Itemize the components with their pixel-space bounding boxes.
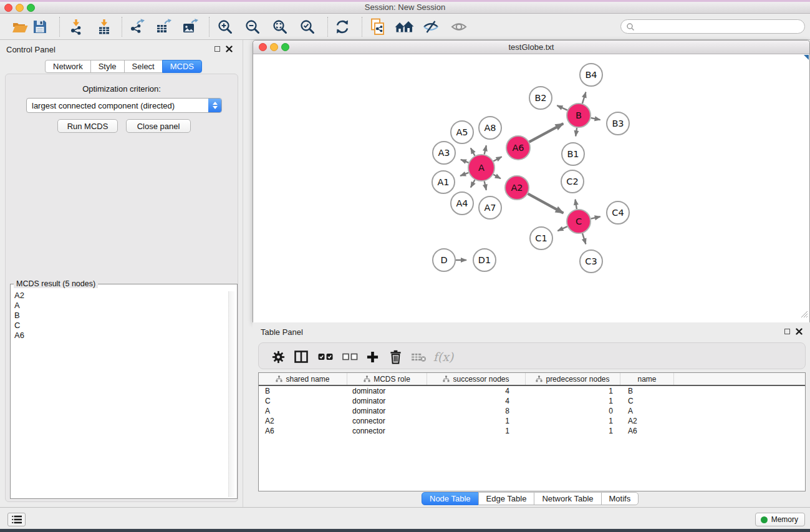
edge-B-B3[interactable] xyxy=(591,118,600,120)
network-window-titlebar[interactable]: testGlobe.txt xyxy=(253,41,809,54)
node-A1[interactable]: A1 xyxy=(432,171,455,193)
edge-C-C2[interactable] xyxy=(576,200,577,210)
edge-B-B2[interactable] xyxy=(557,105,567,110)
select-all-icon[interactable] xyxy=(316,348,335,365)
zoom-out-icon[interactable] xyxy=(244,18,261,36)
table-cell[interactable]: 1 xyxy=(526,427,620,435)
edge-A2-C[interactable] xyxy=(528,194,564,213)
table-row[interactable]: A6connector11A6 xyxy=(259,426,805,436)
import-table-icon[interactable] xyxy=(95,18,113,36)
memory-button[interactable]: Memory xyxy=(755,513,805,526)
edge-A-A1[interactable] xyxy=(460,173,468,176)
zoom-in-icon[interactable] xyxy=(216,18,234,36)
export-image-icon[interactable] xyxy=(181,18,198,36)
node-A7[interactable]: A7 xyxy=(479,196,501,219)
node-A4[interactable]: A4 xyxy=(451,192,473,215)
table-cell[interactable]: B xyxy=(620,387,674,395)
node-C[interactable]: C xyxy=(567,210,591,233)
table-row[interactable]: Adominator80A xyxy=(259,406,805,416)
table-cell[interactable]: connector xyxy=(347,427,427,435)
search-input[interactable] xyxy=(635,22,804,31)
table-cell[interactable]: 4 xyxy=(427,397,526,405)
result-scrollbar[interactable] xyxy=(228,291,236,497)
node-A6[interactable]: A6 xyxy=(506,136,530,160)
delete-icon[interactable] xyxy=(387,348,404,365)
node-B[interactable]: B xyxy=(567,104,591,127)
table-cell[interactable]: 8 xyxy=(427,407,526,415)
delete-table-icon[interactable] xyxy=(410,348,427,365)
node-A3[interactable]: A3 xyxy=(433,142,455,164)
network-canvas[interactable]: AA1A2A3A4A5A6A7A8BB1B2B3B4CC1C2C3C4DD1 xyxy=(253,55,809,322)
mcds-result-item[interactable]: C xyxy=(13,321,227,331)
tab-edge-table[interactable]: Edge Table xyxy=(478,492,535,505)
table-cell[interactable]: dominator xyxy=(347,407,427,415)
split-columns-icon[interactable] xyxy=(292,348,310,365)
table-cell[interactable]: A xyxy=(259,407,347,415)
edge-C-C1[interactable] xyxy=(557,226,567,231)
export-network-icon[interactable] xyxy=(128,18,145,36)
column-header-successor-nodes[interactable]: successor nodes xyxy=(427,373,526,385)
mcds-result-item[interactable]: A2 xyxy=(13,291,227,301)
edge-C-C4[interactable] xyxy=(591,216,600,218)
float-panel-icon[interactable] xyxy=(215,46,220,52)
column-header-name[interactable]: name xyxy=(620,373,674,385)
table-cell[interactable]: 4 xyxy=(427,387,526,395)
mcds-result-item[interactable]: A6 xyxy=(13,331,227,341)
node-B1[interactable]: B1 xyxy=(562,143,584,165)
tab-style[interactable]: Style xyxy=(90,60,125,73)
table-cell[interactable]: A xyxy=(620,407,674,415)
node-C3[interactable]: C3 xyxy=(580,250,602,273)
optimization-criterion-dropdown[interactable]: largest connected component (directed) xyxy=(26,98,222,113)
node-B2[interactable]: B2 xyxy=(529,87,552,109)
node-D[interactable]: D xyxy=(433,249,455,271)
resize-grip-icon[interactable] xyxy=(800,309,808,321)
refresh-icon[interactable] xyxy=(334,18,351,36)
table-cell[interactable]: 1 xyxy=(427,427,526,435)
table-cell[interactable]: A2 xyxy=(620,417,674,425)
edge-A-A5[interactable] xyxy=(471,148,475,156)
node-C2[interactable]: C2 xyxy=(561,170,584,193)
table-cell[interactable]: C xyxy=(620,397,674,405)
table-cell[interactable]: B xyxy=(259,387,347,395)
save-session-icon[interactable] xyxy=(31,18,49,36)
tab-mcds[interactable]: MCDS xyxy=(162,60,202,73)
table-cell[interactable]: A6 xyxy=(259,427,347,435)
table-cell[interactable]: A2 xyxy=(259,417,347,425)
zoom-fit-icon[interactable] xyxy=(271,18,289,36)
tab-select[interactable]: Select xyxy=(124,60,163,73)
table-cell[interactable]: dominator xyxy=(347,397,427,405)
dropdown-stepper-icon[interactable] xyxy=(208,99,221,112)
table-cell[interactable]: A6 xyxy=(620,427,674,435)
tab-node-table[interactable]: Node Table xyxy=(422,492,479,505)
node-D1[interactable]: D1 xyxy=(473,249,496,271)
task-history-button[interactable] xyxy=(7,513,26,526)
show-hide-icon[interactable] xyxy=(422,18,440,36)
home-icon[interactable] xyxy=(394,18,415,36)
import-network-icon[interactable] xyxy=(67,18,85,36)
edge-B-B1[interactable] xyxy=(576,128,577,137)
search-box[interactable] xyxy=(620,19,805,34)
tab-network-table[interactable]: Network Table xyxy=(534,492,601,505)
close-panel-button[interactable]: Close panel xyxy=(126,119,191,133)
mcds-result-item[interactable]: B xyxy=(13,311,227,321)
edge-A-A4[interactable] xyxy=(471,180,475,187)
tab-motifs[interactable]: Motifs xyxy=(601,492,639,505)
table-cell[interactable]: 1 xyxy=(526,417,620,425)
table-cell[interactable]: 1 xyxy=(427,417,526,425)
node-C4[interactable]: C4 xyxy=(607,201,629,224)
node-B3[interactable]: B3 xyxy=(607,112,629,135)
edge-A-A6[interactable] xyxy=(493,157,501,161)
node-B4[interactable]: B4 xyxy=(580,64,602,86)
table-cell[interactable]: 1 xyxy=(526,397,620,405)
node-A[interactable]: A xyxy=(468,155,494,181)
table-cell[interactable]: 0 xyxy=(526,407,620,415)
zoom-selected-icon[interactable] xyxy=(299,18,316,36)
open-file-icon[interactable] xyxy=(11,18,29,36)
function-builder-icon[interactable]: f(x) xyxy=(432,348,455,365)
node-A5[interactable]: A5 xyxy=(451,121,473,143)
edge-A-A7[interactable] xyxy=(485,181,486,190)
tab-network[interactable]: Network xyxy=(45,60,91,73)
table-cell[interactable]: C xyxy=(259,397,347,405)
node-C1[interactable]: C1 xyxy=(530,227,552,249)
window-menu-corner-icon[interactable] xyxy=(804,55,809,60)
